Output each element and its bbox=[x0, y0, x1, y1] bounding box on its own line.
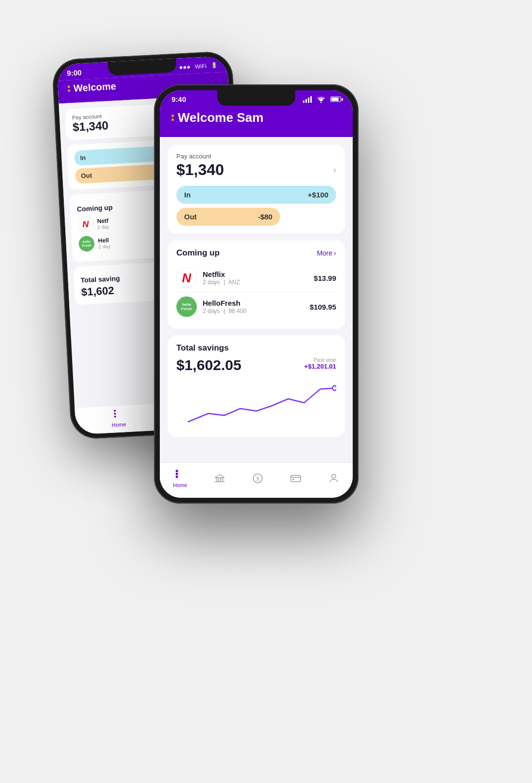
nav-item-pay[interactable]: $ bbox=[252, 472, 264, 484]
pay-account-card: Pay account $1,340 › In +$100 Out -$80 bbox=[168, 145, 345, 234]
savings-card: Total savings $1,602.05 Past year +$1,20… bbox=[168, 335, 345, 437]
back-dot1 bbox=[68, 85, 70, 88]
back-battery-icon: 🔋 bbox=[211, 62, 218, 69]
netflix-icon: N bbox=[176, 268, 197, 288]
svg-text:$: $ bbox=[256, 475, 259, 482]
past-year-label: Past year bbox=[304, 357, 336, 363]
front-status-icons bbox=[303, 96, 341, 103]
bank-icon bbox=[214, 472, 226, 484]
svg-point-0 bbox=[114, 410, 115, 411]
front-time: 9:40 bbox=[171, 95, 186, 103]
chart-svg bbox=[176, 380, 336, 429]
hellofresh-icon: helloFresh bbox=[176, 296, 197, 317]
back-home-icon bbox=[112, 408, 124, 420]
nav-item-profile[interactable] bbox=[328, 472, 340, 484]
home-icon bbox=[174, 469, 186, 480]
pay-account-amount: $1,340 bbox=[176, 161, 224, 179]
hellofresh-name: HelloFresh bbox=[203, 299, 304, 307]
nav-item-bank[interactable] bbox=[214, 472, 226, 484]
svg-point-1 bbox=[114, 412, 116, 414]
svg-point-7 bbox=[321, 101, 322, 103]
svg-point-22 bbox=[332, 474, 336, 478]
phone-front: 9:40 bbox=[154, 84, 359, 504]
front-notch bbox=[217, 90, 295, 106]
pay-account-row: $1,340 › bbox=[176, 161, 336, 179]
back-signal-icon: ●●● bbox=[179, 63, 190, 71]
back-wifi-icon: WiFi bbox=[195, 62, 207, 70]
card-icon bbox=[290, 472, 302, 484]
coming-up-card: Coming up More › N Netflix bbox=[168, 240, 345, 329]
hellofresh-amount: $109.95 bbox=[310, 303, 336, 311]
in-out-section: In +$100 Out -$80 bbox=[176, 186, 336, 226]
back-welcome-dots bbox=[68, 85, 71, 92]
savings-amount: $1,602.05 bbox=[176, 357, 241, 373]
past-year-amount: +$1,201.01 bbox=[304, 363, 336, 370]
front-dot2 bbox=[171, 118, 174, 121]
battery-icon bbox=[330, 97, 341, 102]
netflix-meta: 2 days | ANZ bbox=[203, 279, 308, 286]
hellofresh-meta: 2 days | 86 400 bbox=[203, 308, 304, 314]
back-nav-home[interactable]: Home bbox=[111, 408, 126, 428]
svg-point-10 bbox=[175, 472, 178, 475]
signal-bars-icon bbox=[303, 96, 312, 103]
netflix-info: Netflix 2 days | ANZ bbox=[203, 270, 308, 286]
out-bar: Out -$80 bbox=[176, 208, 280, 226]
netflix-name: Netflix bbox=[203, 270, 308, 278]
back-time: 9:00 bbox=[67, 68, 82, 78]
back-out-bar: Out bbox=[75, 164, 163, 184]
hellofresh-info: HelloFresh 2 days | 86 400 bbox=[203, 299, 304, 314]
savings-row: $1,602.05 Past year +$1,201.01 bbox=[176, 357, 336, 376]
back-netflix-icon: N bbox=[77, 216, 94, 233]
svg-point-8 bbox=[333, 386, 336, 391]
pay-icon: $ bbox=[252, 472, 264, 484]
back-dot2 bbox=[68, 89, 70, 92]
front-welcome-dots bbox=[171, 115, 174, 121]
pay-account-chevron[interactable]: › bbox=[333, 165, 336, 175]
savings-title: Total savings bbox=[176, 343, 336, 353]
person-icon bbox=[328, 472, 340, 484]
front-dot1 bbox=[171, 115, 174, 117]
nav-home-label: Home bbox=[173, 482, 187, 488]
transaction-netflix[interactable]: N Netflix 2 days | ANZ $13.99 bbox=[176, 264, 336, 293]
pay-account-label: Pay account bbox=[176, 153, 336, 160]
savings-chart bbox=[176, 380, 336, 429]
past-year: Past year +$1,201.01 bbox=[304, 357, 336, 370]
bottom-nav: Home $ bbox=[160, 463, 353, 498]
nav-item-card[interactable] bbox=[290, 472, 302, 484]
front-header: Welcome Sam bbox=[160, 106, 353, 137]
svg-point-11 bbox=[175, 475, 178, 478]
nav-item-home[interactable]: Home bbox=[173, 469, 187, 488]
netflix-amount: $13.99 bbox=[314, 274, 336, 282]
transaction-hellofresh[interactable]: helloFresh HelloFresh 2 days | 86 400 $1… bbox=[176, 293, 336, 321]
front-welcome: Welcome Sam bbox=[171, 110, 341, 125]
svg-point-9 bbox=[175, 470, 178, 472]
back-hellofresh-icon: helloFresh bbox=[78, 235, 95, 252]
coming-up-header: Coming up More › bbox=[176, 248, 336, 258]
svg-rect-19 bbox=[291, 475, 301, 482]
front-content: Pay account $1,340 › In +$100 Out -$80 bbox=[160, 137, 353, 498]
svg-point-2 bbox=[114, 415, 116, 417]
coming-up-title: Coming up bbox=[176, 248, 220, 258]
wifi-icon bbox=[317, 96, 325, 103]
scene: 9:00 ●●● WiFi 🔋 Welcome bbox=[47, 26, 485, 757]
back-status-icons: ●●● WiFi 🔋 bbox=[179, 61, 218, 71]
in-bar: In +$100 bbox=[176, 186, 336, 204]
more-link[interactable]: More › bbox=[317, 249, 336, 257]
